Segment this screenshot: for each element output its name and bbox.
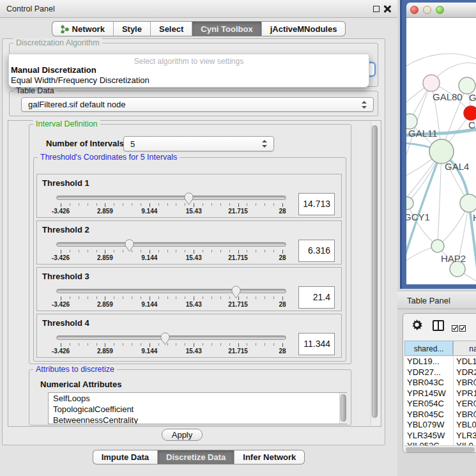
- tick-mark: [123, 296, 123, 299]
- cell-name: YBR0: [456, 410, 476, 419]
- network-edge[interactable]: [438, 151, 441, 246]
- table-rows[interactable]: YDL19...YDL1YDR27...YDR2YBR043CYBR0YPR14…: [404, 357, 476, 445]
- tab-discretize-data[interactable]: Discretize Data: [157, 450, 234, 464]
- threshold-1-slider-thumb[interactable]: [183, 192, 194, 206]
- close-window-icon[interactable]: [383, 5, 391, 13]
- thresholds-group-title: Threshold's Coordinates for 5 Intervals: [38, 153, 180, 162]
- horizontal-scrollbar[interactable]: [404, 445, 476, 453]
- tick-label: 28: [268, 208, 297, 215]
- tab-infer-network[interactable]: Infer Network: [234, 450, 305, 464]
- gear-icon[interactable]: [411, 319, 423, 334]
- network-node-gal80[interactable]: [423, 75, 440, 91]
- column-header-shared-name[interactable]: shared...: [404, 341, 453, 356]
- network-edge[interactable]: [407, 203, 438, 246]
- network-node-c[interactable]: [464, 106, 476, 120]
- table-row[interactable]: YLR345WYLR3: [404, 431, 476, 441]
- network-node-gal4[interactable]: [429, 139, 454, 164]
- list-vertical-scrollbar[interactable]: [339, 393, 347, 424]
- tick-mark: [96, 343, 97, 346]
- tab-jactivemnodules[interactable]: jActiveMNodules: [261, 21, 346, 36]
- tick-mark: [123, 203, 123, 206]
- split-columns-icon[interactable]: [433, 320, 444, 331]
- algorithm-option-manual[interactable]: Manual Discretization: [11, 65, 96, 75]
- network-node-label: HAP2: [441, 253, 466, 264]
- threshold-3-value-field[interactable]: 21.4: [298, 286, 335, 309]
- vertical-scrollbar[interactable]: [371, 121, 380, 426]
- tick-mark: [150, 250, 150, 254]
- tab-select[interactable]: Select: [150, 21, 192, 36]
- numerical-attributes-list[interactable]: SelfLoopsTopologicalCoefficientBetweenne…: [48, 392, 347, 424]
- tick-mark: [132, 296, 132, 299]
- threshold-4-slider-thumb[interactable]: [160, 332, 171, 346]
- tick-mark: [150, 343, 150, 347]
- tab-style[interactable]: Style: [113, 21, 150, 36]
- minimize-traffic-light[interactable]: [423, 6, 431, 14]
- attribute-item-betweennesscentrality[interactable]: BetweennessCentrality: [49, 415, 346, 424]
- tick-mark: [211, 343, 212, 346]
- tick-mark: [105, 203, 105, 207]
- tick-mark: [229, 203, 230, 206]
- table-row[interactable]: YBL079WYBL0: [404, 420, 476, 431]
- tick-label: 15.43: [179, 348, 208, 355]
- tick-label: 2.859: [90, 254, 119, 261]
- tick-mark: [123, 250, 123, 252]
- number-of-intervals-combobox[interactable]: 5: [123, 136, 274, 151]
- apply-button[interactable]: Apply: [162, 429, 203, 441]
- cell-name: YPR1: [456, 388, 476, 398]
- table-row[interactable]: YDL19...YDL1: [404, 357, 476, 367]
- number-of-intervals-label: Number of Intervals: [46, 139, 124, 148]
- network-node-h[interactable]: [460, 194, 476, 212]
- network-window-titlebar[interactable]: [406, 3, 476, 18]
- number-of-intervals-value: 5: [130, 139, 135, 149]
- checkbox-icon[interactable]: [459, 323, 466, 334]
- network-edge[interactable]: [406, 54, 476, 73]
- table-row[interactable]: YDR27...YDR2: [404, 367, 476, 378]
- threshold-2-slider-track[interactable]: [56, 242, 286, 247]
- threshold-1-slider-track[interactable]: [56, 196, 286, 200]
- tick-mark: [61, 203, 61, 207]
- network-graph[interactable]: GAL80GACGAL11GAL4GCY1HHAP2: [406, 18, 476, 284]
- tick-mark: [256, 296, 256, 299]
- table-row[interactable]: YIL052CYIL0: [404, 441, 476, 445]
- tab-impute-data[interactable]: Impute Data: [93, 450, 157, 464]
- threshold-2-slider-thumb[interactable]: [124, 238, 135, 252]
- screen: GAL80GACGAL11GAL4GCY1HHAP2 Table Panel s…: [0, 0, 476, 476]
- tick-label: 9.144: [135, 301, 164, 308]
- table-data-combobox[interactable]: galFiltered.sif default node: [21, 97, 374, 112]
- table-row[interactable]: YBR043CYBR0: [404, 378, 476, 388]
- scrollbar-thumb[interactable]: [372, 125, 378, 418]
- threshold-3-slider-track[interactable]: [56, 289, 286, 293]
- threshold-4-value-field[interactable]: 11.344: [298, 333, 335, 355]
- tab-cyni-toolbox[interactable]: Cyni Toolbox: [192, 21, 261, 36]
- attribute-item-selfloops[interactable]: SelfLoops: [49, 393, 346, 404]
- float-window-icon[interactable]: [373, 6, 380, 12]
- network-node-hap2[interactable]: [431, 240, 444, 252]
- scrollbar-thumb[interactable]: [406, 447, 475, 452]
- tick-mark: [238, 343, 239, 347]
- threshold-1-value-field[interactable]: 14.713: [298, 193, 335, 215]
- threshold-2-value-field[interactable]: 6.316: [298, 240, 335, 262]
- checkbox-icon[interactable]: [452, 323, 458, 334]
- attribute-item-topologicalcoefficient[interactable]: TopologicalCoefficient: [49, 404, 346, 415]
- tab-network[interactable]: Network: [52, 21, 113, 36]
- column-header-name[interactable]: na: [453, 341, 476, 356]
- threshold-3-slider-thumb[interactable]: [231, 285, 242, 299]
- table-row[interactable]: YER054CYER0: [404, 399, 476, 410]
- algorithm-option-equal-width[interactable]: Equal Width/Frequency Discretization: [11, 75, 150, 85]
- close-traffic-light[interactable]: [410, 6, 418, 14]
- tick-mark: [79, 296, 79, 299]
- tick-label: 15.43: [179, 254, 208, 261]
- network-node-gal11[interactable]: [406, 114, 417, 129]
- zoom-traffic-light[interactable]: [436, 6, 444, 14]
- threshold-4-slider-track[interactable]: [56, 335, 286, 340]
- network-node-gcy1[interactable]: [406, 197, 413, 210]
- table-row[interactable]: YPR145WYPR1: [404, 388, 476, 399]
- tick-label: 21.715: [224, 348, 253, 355]
- scrollbar-thumb[interactable]: [341, 394, 346, 422]
- tick-mark: [247, 343, 247, 346]
- tick-mark: [105, 250, 105, 254]
- table-row[interactable]: YBR045CYBR0: [404, 410, 476, 420]
- threshold-4-label: Threshold 4: [42, 318, 89, 328]
- tick-mark: [158, 343, 159, 346]
- tick-mark: [132, 203, 132, 206]
